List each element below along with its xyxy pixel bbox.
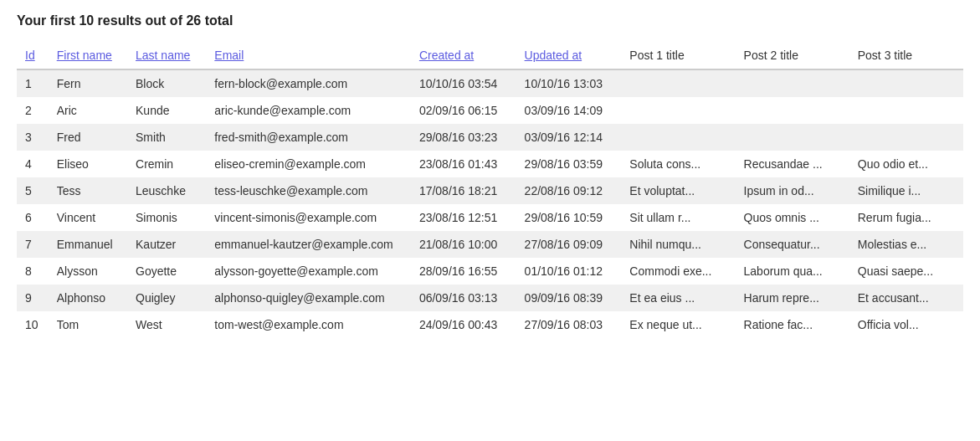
table-cell: 27/09/16 08:03 xyxy=(516,311,622,338)
table-cell: 6 xyxy=(17,204,49,231)
table-cell: 7 xyxy=(17,231,49,258)
table-row: 7EmmanuelKautzeremmanuel-kautzer@example… xyxy=(17,231,963,258)
table-cell: Emmanuel xyxy=(49,231,127,258)
table-cell xyxy=(736,69,849,97)
table-cell: 17/08/16 18:21 xyxy=(411,177,516,204)
table-cell: 10 xyxy=(17,311,49,338)
col-header-post3-title: Post 3 title xyxy=(849,42,963,69)
table-cell: Sit ullam r... xyxy=(621,204,735,231)
table-cell: 02/09/16 06:15 xyxy=(411,97,516,124)
table-cell: Harum repre... xyxy=(736,285,849,311)
table-row: 6VincentSimonisvincent-simonis@example.c… xyxy=(17,204,963,231)
table-cell: 03/09/16 12:14 xyxy=(516,124,622,151)
table-cell: Ipsum in od... xyxy=(736,177,849,204)
table-cell: Block xyxy=(127,69,206,97)
table-cell: alysson-goyette@example.com xyxy=(206,258,411,285)
col-header-created-at[interactable]: Created at xyxy=(411,42,516,69)
table-cell: 10/10/16 03:54 xyxy=(411,69,516,97)
table-cell: Et ea eius ... xyxy=(621,285,735,311)
table-cell xyxy=(621,124,735,151)
table-cell: 21/08/16 10:00 xyxy=(411,231,516,258)
table-cell: Recusandae ... xyxy=(736,151,849,177)
table-cell: fern-block@example.com xyxy=(206,69,411,97)
table-row: 4EliseoCremineliseo-cremin@example.com23… xyxy=(17,151,963,177)
table-cell: Aric xyxy=(49,97,127,124)
col-header-post2-title: Post 2 title xyxy=(736,42,849,69)
table-cell xyxy=(736,124,849,151)
table-cell: Quigley xyxy=(127,285,206,311)
table-row: 1FernBlockfern-block@example.com10/10/16… xyxy=(17,69,963,97)
table-cell: emmanuel-kautzer@example.com xyxy=(206,231,411,258)
table-header-row: Id First name Last name Email Created at… xyxy=(17,42,963,69)
table-cell: Officia vol... xyxy=(849,311,963,338)
table-cell: 06/09/16 03:13 xyxy=(411,285,516,311)
col-header-email[interactable]: Email xyxy=(206,42,411,69)
table-cell: Goyette xyxy=(127,258,206,285)
table-cell: Kautzer xyxy=(127,231,206,258)
col-header-updated-at[interactable]: Updated at xyxy=(516,42,622,69)
table-cell: 28/09/16 16:55 xyxy=(411,258,516,285)
table-cell: Et voluptat... xyxy=(621,177,735,204)
table-cell: Similique i... xyxy=(849,177,963,204)
table-cell: Laborum qua... xyxy=(736,258,849,285)
table-cell xyxy=(736,97,849,124)
table-cell: fred-smith@example.com xyxy=(206,124,411,151)
table-cell: 23/08/16 12:51 xyxy=(411,204,516,231)
table-cell: 29/08/16 10:59 xyxy=(516,204,622,231)
table-cell: Nihil numqu... xyxy=(621,231,735,258)
table-cell: Molestias e... xyxy=(849,231,963,258)
results-table: Id First name Last name Email Created at… xyxy=(17,42,963,338)
table-cell: 3 xyxy=(17,124,49,151)
table-row: 2AricKundearic-kunde@example.com02/09/16… xyxy=(17,97,963,124)
table-cell: Fern xyxy=(49,69,127,97)
table-cell: vincent-simonis@example.com xyxy=(206,204,411,231)
table-cell xyxy=(621,69,735,97)
table-cell: 27/08/16 09:09 xyxy=(516,231,622,258)
table-row: 3FredSmithfred-smith@example.com29/08/16… xyxy=(17,124,963,151)
table-cell: Smith xyxy=(127,124,206,151)
table-cell: tess-leuschke@example.com xyxy=(206,177,411,204)
col-header-first-name[interactable]: First name xyxy=(49,42,127,69)
col-header-last-name[interactable]: Last name xyxy=(127,42,206,69)
col-header-id[interactable]: Id xyxy=(17,42,49,69)
table-cell: Eliseo xyxy=(49,151,127,177)
table-cell: aric-kunde@example.com xyxy=(206,97,411,124)
table-cell: 23/08/16 01:43 xyxy=(411,151,516,177)
table-cell: Vincent xyxy=(49,204,127,231)
table-cell: Kunde xyxy=(127,97,206,124)
table-cell: 2 xyxy=(17,97,49,124)
table-cell: 09/09/16 08:39 xyxy=(516,285,622,311)
table-cell: Consequatur... xyxy=(736,231,849,258)
table-cell: Quasi saepe... xyxy=(849,258,963,285)
table-cell: Ex neque ut... xyxy=(621,311,735,338)
table-cell: Alysson xyxy=(49,258,127,285)
table-cell: 03/09/16 14:09 xyxy=(516,97,622,124)
col-header-post1-title: Post 1 title xyxy=(621,42,735,69)
table-cell: Soluta cons... xyxy=(621,151,735,177)
table-cell: alphonso-quigley@example.com xyxy=(206,285,411,311)
table-cell xyxy=(621,97,735,124)
table-cell: Ratione fac... xyxy=(736,311,849,338)
table-cell: Fred xyxy=(49,124,127,151)
table-row: 10TomWesttom-west@example.com24/09/16 00… xyxy=(17,311,963,338)
table-cell: 5 xyxy=(17,177,49,204)
table-cell xyxy=(849,97,963,124)
table-cell: 29/08/16 03:23 xyxy=(411,124,516,151)
table-cell: 29/08/16 03:59 xyxy=(516,151,622,177)
table-cell xyxy=(849,124,963,151)
table-row: 5TessLeuschketess-leuschke@example.com17… xyxy=(17,177,963,204)
table-cell: 4 xyxy=(17,151,49,177)
table-row: 8AlyssonGoyettealysson-goyette@example.c… xyxy=(17,258,963,285)
table-cell: 1 xyxy=(17,69,49,97)
table-cell: West xyxy=(127,311,206,338)
table-cell: Tess xyxy=(49,177,127,204)
table-cell: Tom xyxy=(49,311,127,338)
table-row: 9AlphonsoQuigleyalphonso-quigley@example… xyxy=(17,285,963,311)
table-cell: Quos omnis ... xyxy=(736,204,849,231)
table-cell: 22/08/16 09:12 xyxy=(516,177,622,204)
results-summary: Your first 10 results out of 26 total xyxy=(17,13,963,28)
table-cell: eliseo-cremin@example.com xyxy=(206,151,411,177)
table-cell: Quo odio et... xyxy=(849,151,963,177)
table-cell: Et accusant... xyxy=(849,285,963,311)
table-cell: 9 xyxy=(17,285,49,311)
